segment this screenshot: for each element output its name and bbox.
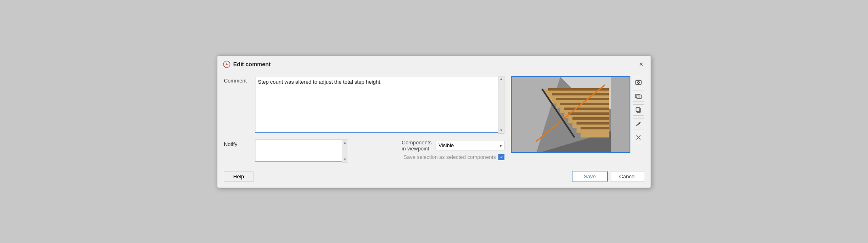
dialog-titlebar: Edit comment × [217,56,651,72]
components-in-viewpoint-row: Components in viewpoint Visible All None… [402,139,504,152]
svg-rect-23 [577,122,609,125]
footer-buttons: Save Cancel [572,171,644,182]
dialog-body: Comment Step count was altered to adjust… [217,72,651,167]
svg-rect-20 [564,108,609,110]
components-section: Components in viewpoint Visible All None… [402,139,504,160]
notify-scrollbar: ▲ ▼ [342,139,348,163]
right-section [511,76,644,153]
save-selection-label: Save selection as selected components [404,154,496,160]
svg-point-1 [226,63,228,65]
svg-point-29 [638,81,640,83]
viewport-image [511,76,630,153]
svg-marker-27 [611,77,630,153]
dialog-footer: Help Save Cancel [217,167,651,188]
comment-textarea[interactable]: Step count was altered to adjust the tot… [255,76,504,133]
staircase-svg [512,77,630,153]
svg-rect-28 [636,80,641,85]
svg-rect-18 [556,98,609,100]
dialog-title: Edit comment [223,61,271,68]
scroll-down-arrow[interactable]: ▼ [498,128,504,133]
scroll-track [498,82,504,128]
viewport-tools [633,76,644,144]
components-in-viewpoint-label: Components in viewpoint [402,139,432,152]
svg-rect-24 [581,127,609,129]
svg-rect-15 [581,133,609,137]
svg-rect-22 [572,117,609,120]
main-content-row: Comment Step count was altered to adjust… [224,76,644,163]
gallery-icon [635,93,642,99]
left-section: Comment Step count was altered to adjust… [224,76,504,163]
cancel-button[interactable]: Cancel [611,171,644,182]
edit-icon [223,61,230,68]
edit-comment-dialog: Edit comment × Comment Step count was al… [217,55,651,188]
notify-scroll-track [342,146,348,157]
comment-row: Comment Step count was altered to adjust… [224,76,504,134]
components-dropdown-wrap: Visible All None Selected [436,141,504,150]
help-button[interactable]: Help [224,171,253,182]
scroll-up-arrow[interactable]: ▲ [498,76,504,82]
dialog-title-text: Edit comment [233,61,271,68]
x-icon [635,134,642,141]
svg-rect-21 [568,112,609,115]
save-selection-checkbox[interactable]: ✓ [498,154,504,160]
image-gallery-button[interactable] [633,91,644,102]
copy-button[interactable] [633,104,644,116]
comment-label: Comment [224,76,250,84]
svg-rect-19 [560,103,609,105]
save-button[interactable]: Save [572,171,608,182]
close-button[interactable]: × [637,60,645,69]
notify-scroll-down[interactable]: ▼ [342,157,348,163]
pencil-icon [635,120,642,127]
notify-row: Notify ▲ ▼ Components in viewpoint [224,139,504,163]
pencil-button[interactable] [633,118,644,129]
comment-textarea-wrap: Step count was altered to adjust the tot… [255,76,504,134]
notify-input[interactable] [255,139,348,162]
save-selection-row: Save selection as selected components ✓ [402,154,504,160]
comment-scrollbar: ▲ ▼ [498,76,504,134]
delete-button[interactable] [633,132,644,143]
notify-scroll-up[interactable]: ▲ [342,140,348,146]
screenshot-tool-button[interactable] [633,77,644,88]
notify-label: Notify [224,139,250,147]
camera-icon [635,79,642,86]
components-dropdown[interactable]: Visible All None Selected [436,141,504,150]
copy-icon [635,107,642,113]
svg-rect-33 [636,108,640,112]
notify-input-wrap: ▲ ▼ [255,139,348,163]
svg-rect-17 [552,93,609,95]
